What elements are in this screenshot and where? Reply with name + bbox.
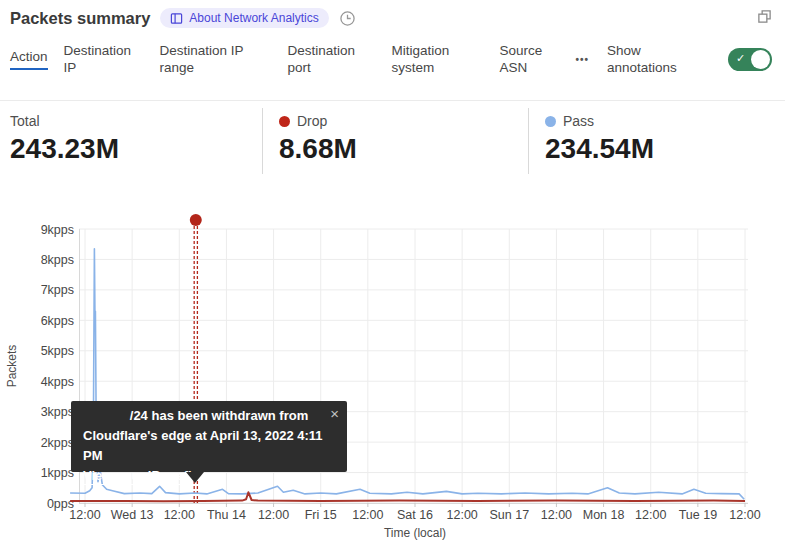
panel-header: Packets summary About Network Analytics xyxy=(10,8,745,28)
x-tick-label: Thu 14 xyxy=(207,508,246,522)
stat-total: Total243.23M xyxy=(0,101,262,180)
x-tick-label: 12:00 xyxy=(729,508,760,522)
tooltip-caret xyxy=(186,472,204,483)
annotation-tooltip: × /24 has been withdrawn from Cloudflare… xyxy=(71,401,347,472)
x-tick-label: 12:00 xyxy=(69,508,100,522)
tab-mitigation-system[interactable]: Mitigation system xyxy=(392,42,484,76)
check-icon: ✓ xyxy=(736,52,745,65)
y-tick-label: 9kpps xyxy=(41,223,74,237)
stat-value: 234.54M xyxy=(545,133,654,165)
y-tick-label: 8kpps xyxy=(41,253,74,267)
drop-legend-dot xyxy=(279,116,290,127)
stat-value: 243.23M xyxy=(10,133,262,165)
tooltip-line1: /24 has been withdrawn from xyxy=(83,406,335,426)
packets-chart: 0pps1kpps2kpps3kpps4kpps5kpps6kpps7kpps8… xyxy=(0,195,785,555)
y-tick-label: 2kpps xyxy=(41,436,74,450)
x-axis-title: Time (local) xyxy=(384,526,446,540)
y-tick-label: 5kpps xyxy=(41,344,74,358)
y-tick-label: 6kpps xyxy=(41,314,74,328)
x-tick-label: 12:00 xyxy=(352,508,383,522)
y-axis-title: Packets xyxy=(5,345,19,388)
stat-pass: Pass234.54M xyxy=(528,108,654,174)
x-tick-label: 12:00 xyxy=(164,508,195,522)
stat-value: 8.68M xyxy=(279,133,528,165)
stat-label: Drop xyxy=(297,113,327,129)
show-annotations-toggle[interactable]: ✓ xyxy=(728,48,772,71)
y-tick-label: 4kpps xyxy=(41,375,74,389)
annotation-marker[interactable] xyxy=(190,214,202,226)
stat-drop: Drop8.68M xyxy=(262,108,528,174)
x-tick-label: 12:00 xyxy=(635,508,666,522)
y-tick-label: 7kpps xyxy=(41,283,74,297)
packets-summary-panel: Packets summary About Network Analytics … xyxy=(0,0,785,555)
badge-label: About Network Analytics xyxy=(189,11,318,25)
x-tick-label: 12:00 xyxy=(447,508,478,522)
y-tick-label: 3kpps xyxy=(41,405,74,419)
y-tick-label: 1kpps xyxy=(41,466,74,480)
pass-legend-dot xyxy=(545,116,556,127)
x-tick-label: Sat 16 xyxy=(397,508,433,522)
stat-label: Pass xyxy=(563,113,594,129)
tabs-row: ActionDestination IPDestination IP range… xyxy=(10,42,715,76)
book-icon xyxy=(170,12,183,25)
stat-label: Total xyxy=(10,113,40,129)
x-tick-label: 12:00 xyxy=(541,508,572,522)
x-tick-label: Fri 15 xyxy=(305,508,337,522)
x-tick-label: Sun 17 xyxy=(489,508,529,522)
about-network-analytics-badge[interactable]: About Network Analytics xyxy=(160,8,328,28)
clock-icon[interactable] xyxy=(339,10,356,27)
x-tick-label: Wed 13 xyxy=(111,508,154,522)
show-annotations-label: Show annotations xyxy=(607,42,691,76)
close-icon[interactable]: × xyxy=(330,404,339,424)
x-tick-label: Mon 18 xyxy=(583,508,625,522)
more-tabs-button[interactable]: ••• xyxy=(574,54,592,65)
tab-destination-ip[interactable]: Destination IP xyxy=(64,42,144,76)
x-tick-label: 12:00 xyxy=(258,508,289,522)
chart-section: 0pps1kpps2kpps3kpps4kpps5kpps6kpps7kpps8… xyxy=(0,195,785,555)
stats-row: Total243.23MDrop8.68MPass234.54M xyxy=(0,100,785,180)
tooltip-line2: Cloudflare's edge at April 13, 2022 4:11… xyxy=(83,426,335,466)
tab-destination-port[interactable]: Destination port xyxy=(288,42,376,76)
tab-destination-ip-range[interactable]: Destination IP range xyxy=(160,42,272,76)
tab-action[interactable]: Action xyxy=(10,48,48,70)
page-title: Packets summary xyxy=(10,9,150,28)
x-tick-label: Tue 19 xyxy=(679,508,718,522)
toggle-knob xyxy=(751,50,770,69)
tab-source-asn[interactable]: Source ASN xyxy=(500,42,558,76)
popout-icon[interactable] xyxy=(757,9,772,28)
